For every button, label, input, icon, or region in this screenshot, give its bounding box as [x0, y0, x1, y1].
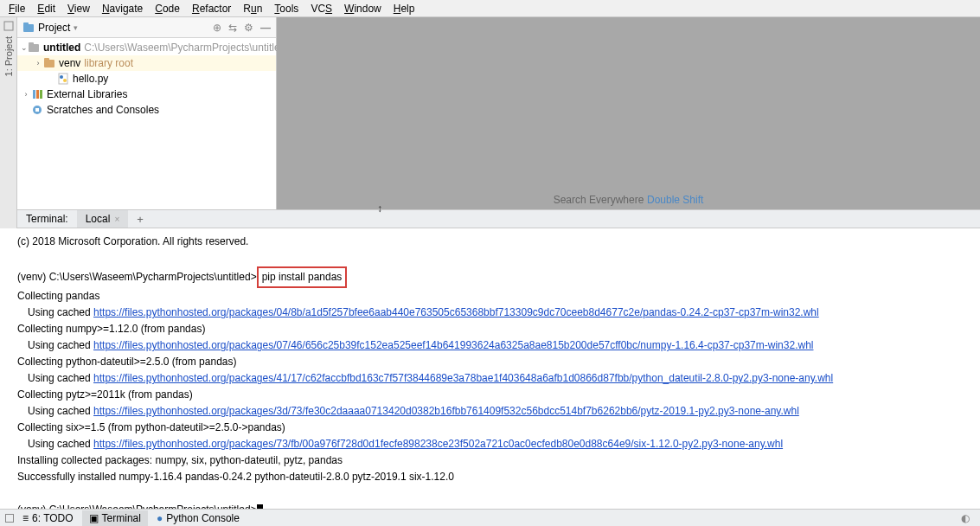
tree-hello[interactable]: hello.py — [17, 71, 276, 87]
menu-view[interactable]: View — [61, 1, 96, 16]
locate-icon[interactable]: ⊕ — [213, 22, 221, 34]
hello-name: hello.py — [73, 73, 108, 85]
folder-icon — [28, 42, 40, 54]
new-terminal-button[interactable]: + — [128, 210, 152, 228]
sidebar-title: Project — [38, 22, 70, 34]
svg-rect-14 — [35, 108, 39, 112]
tree-root[interactable]: ⌄ untitled C:\Users\Waseem\PycharmProjec… — [17, 40, 276, 55]
term-line: Using cached https://files.pythonhosted.… — [17, 436, 963, 452]
sidebar-header: Project ▾ ⊕ ⇆ ⚙ — — [17, 17, 276, 38]
status-todo[interactable]: ≡ 6: TODO — [16, 510, 80, 526]
term-line: Using cached https://files.pythonhosted.… — [17, 370, 963, 387]
list-icon: ≡ — [22, 512, 29, 524]
status-right-icon[interactable]: ◐ — [961, 512, 975, 524]
svg-rect-6 — [44, 58, 49, 61]
svg-rect-2 — [23, 22, 29, 25]
svg-point-9 — [63, 79, 67, 82]
root-name: untitled — [43, 42, 80, 54]
svg-rect-0 — [4, 22, 13, 30]
svg-rect-5 — [44, 60, 54, 67]
project-icon — [22, 22, 35, 34]
tree-scratches[interactable]: Scratches and Consoles — [17, 102, 276, 118]
cached-url-link[interactable]: https://files.pythonhosted.org/packages/… — [93, 438, 783, 450]
cached-url-link[interactable]: https://files.pythonhosted.org/packages/… — [93, 306, 819, 318]
status-bar: ≡ 6: TODO ▣ Terminal ● Python Console ◐ — [0, 509, 980, 526]
menu-file[interactable]: File — [3, 1, 31, 16]
svg-rect-3 — [29, 44, 39, 52]
term-line: Successfully installed numpy-1.16.4 pand… — [17, 469, 963, 485]
square-icon — [3, 21, 14, 31]
menu-window[interactable]: Window — [338, 1, 388, 16]
menu-edit[interactable]: Edit — [31, 1, 61, 16]
venv-note: library root — [84, 57, 133, 69]
svg-rect-10 — [33, 90, 35, 99]
menu-bar: File Edit View Navigate Code Refactor Ru… — [0, 0, 980, 17]
menu-run[interactable]: Run — [237, 1, 268, 16]
terminal-header: Terminal: Local × + — [0, 209, 980, 228]
chevron-right-icon[interactable]: › — [21, 90, 31, 99]
status-python-console[interactable]: ● Python Console — [150, 510, 247, 526]
svg-rect-4 — [29, 42, 34, 45]
terminal-title: Terminal: — [17, 210, 77, 228]
close-tab-icon[interactable]: × — [114, 215, 119, 224]
left-tool-gutter: 1: Project — [0, 17, 17, 209]
menu-vcs[interactable]: VCS — [304, 1, 338, 16]
menu-navigate[interactable]: Navigate — [96, 1, 149, 16]
dropdown-icon[interactable]: ▾ — [74, 23, 78, 32]
collapse-icon[interactable]: ⇆ — [228, 22, 237, 34]
term-line: Using cached https://files.pythonhosted.… — [17, 403, 963, 420]
term-line: Collecting python-dateutil>=2.5.0 (from … — [17, 354, 963, 370]
cached-url-link[interactable]: https://files.pythonhosted.org/packages/… — [93, 372, 833, 384]
ext-name: External Libraries — [47, 88, 127, 100]
scratch-name: Scratches and Consoles — [47, 104, 159, 116]
tree-external-libs[interactable]: › External Libraries — [17, 87, 276, 102]
editor-area: Search Everywhere Double Shift — [277, 17, 980, 209]
chevron-right-icon[interactable]: › — [33, 59, 43, 67]
terminal-tab-label: Local — [86, 213, 111, 225]
root-path: C:\Users\Waseem\PycharmProjects\untitled — [84, 42, 285, 54]
term-line: Collecting numpy>=1.12.0 (from pandas) — [17, 321, 963, 337]
menu-refactor[interactable]: Refactor — [186, 1, 237, 16]
status-terminal[interactable]: ▣ Terminal — [82, 510, 148, 526]
term-line: (c) 2018 Microsoft Corporation. All righ… — [17, 234, 963, 250]
venv-name: venv — [59, 57, 80, 69]
svg-rect-12 — [40, 90, 42, 99]
menu-help[interactable]: Help — [388, 1, 421, 16]
svg-rect-11 — [36, 90, 39, 99]
cached-url-link[interactable]: https://files.pythonhosted.org/packages/… — [93, 405, 799, 417]
placeholder-text: Search Everywhere — [554, 194, 644, 206]
term-line: (venv) C:\Users\Waseem\PycharmProjects\u… — [17, 266, 963, 288]
term-line: Collecting pytz>=2011k (from pandas) — [17, 387, 963, 403]
folder-icon — [43, 57, 55, 69]
python-icon: ● — [157, 512, 163, 524]
term-line: Collecting six>=1.5 (from python-dateuti… — [17, 420, 963, 436]
terminal-tab-local[interactable]: Local × — [77, 210, 129, 228]
svg-rect-1 — [23, 24, 34, 32]
highlighted-command: pip install pandas — [257, 266, 348, 288]
editor-placeholder: Search Everywhere Double Shift — [554, 193, 704, 206]
svg-rect-7 — [59, 74, 67, 84]
libraries-icon — [31, 88, 43, 100]
tree-venv[interactable]: › venv library root — [17, 55, 276, 71]
scratches-icon — [31, 104, 43, 116]
chevron-down-icon[interactable]: ⌄ — [21, 43, 28, 52]
terminal-body[interactable]: (c) 2018 Microsoft Corporation. All righ… — [0, 228, 980, 509]
placeholder-shortcut: Double Shift — [647, 194, 703, 206]
svg-point-8 — [60, 75, 63, 79]
menu-tools[interactable]: Tools — [268, 1, 304, 16]
term-line: Collecting pandas — [17, 288, 963, 305]
project-tree: ⌄ untitled C:\Users\Waseem\PycharmProjec… — [17, 38, 276, 209]
project-sidebar: Project ▾ ⊕ ⇆ ⚙ — ⌄ untitled C:\Users\Wa… — [17, 17, 277, 209]
menu-code[interactable]: Code — [149, 1, 186, 16]
cached-url-link[interactable]: https://files.pythonhosted.org/packages/… — [93, 339, 813, 351]
terminal-icon: ▣ — [89, 512, 99, 524]
term-line: Using cached https://files.pythonhosted.… — [17, 305, 963, 321]
hide-icon[interactable]: — — [260, 22, 271, 34]
python-file-icon — [57, 73, 69, 85]
term-line: Using cached https://files.pythonhosted.… — [17, 337, 963, 354]
status-square-icon[interactable] — [5, 514, 14, 523]
term-prompt-line: (venv) C:\Users\Waseem\PycharmProjects\u… — [17, 502, 963, 509]
term-line: Installing collected packages: numpy, si… — [17, 452, 963, 469]
gear-icon[interactable]: ⚙ — [244, 22, 253, 34]
tool-tab-project[interactable]: 1: Project — [2, 31, 16, 81]
